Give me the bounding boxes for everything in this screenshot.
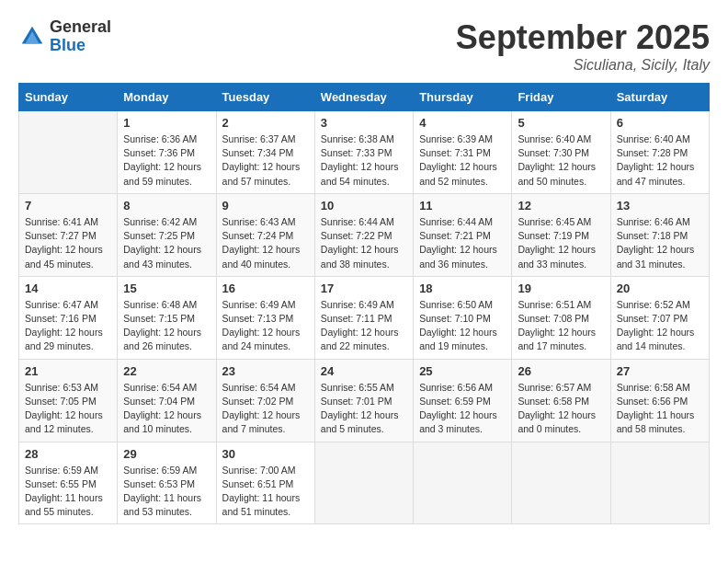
calendar-cell: 20Sunrise: 6:52 AMSunset: 7:07 PMDayligh… [610, 276, 709, 359]
day-number: 21 [25, 364, 111, 378]
day-number: 28 [25, 447, 111, 461]
day-number: 5 [518, 116, 604, 130]
calendar-cell: 2Sunrise: 6:37 AMSunset: 7:34 PMDaylight… [216, 111, 314, 194]
day-number: 14 [25, 282, 111, 295]
day-info: Sunrise: 6:49 AMSunset: 7:13 PMDaylight:… [222, 298, 309, 354]
calendar-cell [414, 442, 512, 524]
day-info: Sunrise: 6:56 AMSunset: 6:59 PMDaylight:… [419, 381, 506, 437]
day-info: Sunrise: 6:48 AMSunset: 7:15 PMDaylight:… [123, 298, 210, 354]
weekday-header-thursday: Thursday [414, 84, 512, 111]
day-info: Sunrise: 6:45 AMSunset: 7:19 PMDaylight:… [518, 215, 604, 271]
calendar-cell: 19Sunrise: 6:51 AMSunset: 7:08 PMDayligh… [512, 276, 610, 359]
day-info: Sunrise: 6:58 AMSunset: 6:56 PMDaylight:… [617, 381, 703, 437]
day-info: Sunrise: 6:41 AMSunset: 7:27 PMDaylight:… [25, 215, 111, 271]
day-number: 24 [321, 364, 407, 378]
weekday-header-wednesday: Wednesday [314, 84, 413, 111]
calendar-table: SundayMondayTuesdayWednesdayThursdayFrid… [18, 83, 710, 524]
calendar-cell: 23Sunrise: 6:54 AMSunset: 7:02 PMDayligh… [216, 359, 314, 442]
week-row-2: 7Sunrise: 6:41 AMSunset: 7:27 PMDaylight… [19, 193, 710, 276]
day-info: Sunrise: 6:59 AMSunset: 6:55 PMDaylight:… [25, 464, 111, 520]
weekday-header-monday: Monday [118, 84, 216, 111]
calendar-cell [512, 442, 610, 524]
calendar-cell: 28Sunrise: 6:59 AMSunset: 6:55 PMDayligh… [19, 442, 118, 524]
day-info: Sunrise: 6:46 AMSunset: 7:18 PMDaylight:… [617, 215, 703, 271]
page-header: General Blue September 2025 Siculiana, S… [18, 18, 710, 74]
calendar-cell: 9Sunrise: 6:43 AMSunset: 7:24 PMDaylight… [216, 193, 314, 276]
calendar-cell: 1Sunrise: 6:36 AMSunset: 7:36 PMDaylight… [118, 111, 216, 194]
day-number: 20 [617, 282, 703, 295]
day-info: Sunrise: 6:55 AMSunset: 7:01 PMDaylight:… [321, 381, 407, 437]
day-number: 7 [25, 199, 111, 213]
day-info: Sunrise: 6:39 AMSunset: 7:31 PMDaylight:… [419, 132, 506, 189]
day-info: Sunrise: 6:57 AMSunset: 6:58 PMDaylight:… [518, 381, 604, 437]
calendar-cell: 24Sunrise: 6:55 AMSunset: 7:01 PMDayligh… [314, 359, 413, 442]
day-info: Sunrise: 6:40 AMSunset: 7:30 PMDaylight:… [518, 132, 604, 189]
calendar-cell: 12Sunrise: 6:45 AMSunset: 7:19 PMDayligh… [512, 193, 610, 276]
day-number: 6 [617, 116, 703, 130]
day-info: Sunrise: 6:44 AMSunset: 7:21 PMDaylight:… [419, 215, 506, 271]
calendar-cell: 25Sunrise: 6:56 AMSunset: 6:59 PMDayligh… [414, 359, 512, 442]
day-info: Sunrise: 6:49 AMSunset: 7:11 PMDaylight:… [321, 298, 407, 354]
weekday-header-friday: Friday [512, 84, 610, 111]
day-number: 27 [617, 364, 703, 378]
day-number: 1 [123, 116, 210, 130]
day-info: Sunrise: 6:54 AMSunset: 7:04 PMDaylight:… [123, 381, 210, 437]
day-number: 25 [419, 364, 506, 378]
calendar-cell: 29Sunrise: 6:59 AMSunset: 6:53 PMDayligh… [118, 442, 216, 524]
week-row-4: 21Sunrise: 6:53 AMSunset: 7:05 PMDayligh… [19, 359, 710, 442]
calendar-cell: 16Sunrise: 6:49 AMSunset: 7:13 PMDayligh… [216, 276, 314, 359]
day-info: Sunrise: 6:47 AMSunset: 7:16 PMDaylight:… [25, 298, 111, 354]
calendar-cell: 14Sunrise: 6:47 AMSunset: 7:16 PMDayligh… [19, 276, 118, 359]
day-number: 15 [123, 282, 210, 295]
day-info: Sunrise: 6:37 AMSunset: 7:34 PMDaylight:… [222, 132, 309, 189]
day-number: 10 [321, 199, 407, 213]
day-number: 8 [123, 199, 210, 213]
day-number: 13 [617, 199, 703, 213]
day-number: 26 [518, 364, 604, 378]
calendar-cell: 18Sunrise: 6:50 AMSunset: 7:10 PMDayligh… [414, 276, 512, 359]
day-info: Sunrise: 7:00 AMSunset: 6:51 PMDaylight:… [222, 464, 309, 520]
calendar-cell: 4Sunrise: 6:39 AMSunset: 7:31 PMDaylight… [414, 111, 512, 194]
day-number: 18 [419, 282, 506, 295]
day-number: 29 [123, 447, 210, 461]
day-number: 2 [222, 116, 309, 130]
day-number: 16 [222, 282, 309, 295]
day-info: Sunrise: 6:54 AMSunset: 7:02 PMDaylight:… [222, 381, 309, 437]
calendar-cell [19, 111, 118, 194]
day-number: 17 [321, 282, 407, 295]
day-info: Sunrise: 6:38 AMSunset: 7:33 PMDaylight:… [321, 132, 407, 189]
day-number: 19 [518, 282, 604, 295]
calendar-cell [610, 442, 709, 524]
day-info: Sunrise: 6:51 AMSunset: 7:08 PMDaylight:… [518, 298, 604, 354]
calendar-cell [314, 442, 413, 524]
calendar-cell: 30Sunrise: 7:00 AMSunset: 6:51 PMDayligh… [216, 442, 314, 524]
calendar-cell: 10Sunrise: 6:44 AMSunset: 7:22 PMDayligh… [314, 193, 413, 276]
logo: General Blue [18, 18, 111, 55]
day-number: 12 [518, 199, 604, 213]
calendar-cell: 27Sunrise: 6:58 AMSunset: 6:56 PMDayligh… [610, 359, 709, 442]
week-row-5: 28Sunrise: 6:59 AMSunset: 6:55 PMDayligh… [19, 442, 710, 524]
calendar-cell: 11Sunrise: 6:44 AMSunset: 7:21 PMDayligh… [414, 193, 512, 276]
calendar-cell: 26Sunrise: 6:57 AMSunset: 6:58 PMDayligh… [512, 359, 610, 442]
logo-general-text: General [50, 18, 111, 37]
day-info: Sunrise: 6:52 AMSunset: 7:07 PMDaylight:… [617, 298, 703, 354]
weekday-header-saturday: Saturday [610, 84, 709, 111]
calendar-cell: 5Sunrise: 6:40 AMSunset: 7:30 PMDaylight… [512, 111, 610, 194]
calendar-cell: 7Sunrise: 6:41 AMSunset: 7:27 PMDaylight… [19, 193, 118, 276]
day-info: Sunrise: 6:44 AMSunset: 7:22 PMDaylight:… [321, 215, 407, 271]
calendar-cell: 22Sunrise: 6:54 AMSunset: 7:04 PMDayligh… [118, 359, 216, 442]
calendar-cell: 21Sunrise: 6:53 AMSunset: 7:05 PMDayligh… [19, 359, 118, 442]
day-number: 22 [123, 364, 210, 378]
day-info: Sunrise: 6:50 AMSunset: 7:10 PMDaylight:… [419, 298, 506, 354]
calendar-cell: 8Sunrise: 6:42 AMSunset: 7:25 PMDaylight… [118, 193, 216, 276]
calendar-cell: 15Sunrise: 6:48 AMSunset: 7:15 PMDayligh… [118, 276, 216, 359]
day-info: Sunrise: 6:59 AMSunset: 6:53 PMDaylight:… [123, 464, 210, 520]
day-number: 9 [222, 199, 309, 213]
day-info: Sunrise: 6:43 AMSunset: 7:24 PMDaylight:… [222, 215, 309, 271]
title-block: September 2025 Siculiana, Sicily, Italy [456, 18, 710, 74]
day-number: 30 [222, 447, 309, 461]
logo-text: General Blue [50, 18, 111, 55]
calendar-cell: 13Sunrise: 6:46 AMSunset: 7:18 PMDayligh… [610, 193, 709, 276]
day-number: 23 [222, 364, 309, 378]
day-number: 4 [419, 116, 506, 130]
